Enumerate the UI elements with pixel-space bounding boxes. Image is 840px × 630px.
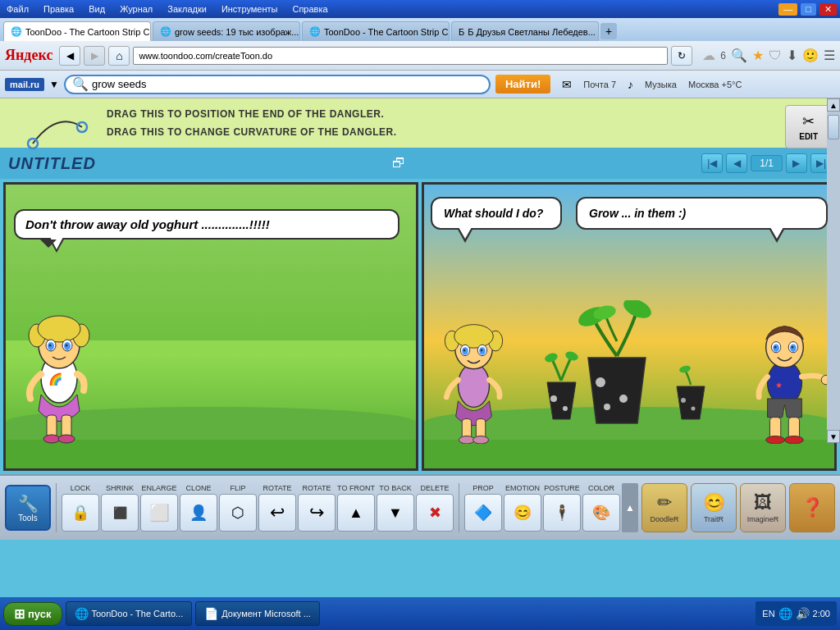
menu-icon[interactable]: ☰ [824, 48, 835, 63]
panel1-speech-bubble[interactable]: Don't throw away old yoghurt ...........… [14, 209, 399, 240]
rotate-ccw-button[interactable]: ↩ [258, 494, 296, 532]
to-back-button[interactable]: ▼ [377, 494, 414, 532]
delete-tool: DELETE ✖ [416, 484, 454, 532]
new-tab-button[interactable]: + [600, 23, 617, 39]
color-button[interactable]: 🎨 [582, 494, 620, 532]
taskbar-item-1[interactable]: 📄 Документ Microsoft ... [195, 601, 320, 626]
expand-button[interactable]: ▲ [622, 483, 638, 532]
doodler-button[interactable]: ✏ DoodleR [641, 483, 687, 532]
to-back-icon: ▼ [388, 504, 403, 522]
emotion-tool: EMOTION 😊 [504, 484, 541, 532]
emotion-icon: 😊 [514, 504, 532, 522]
mail-icon: ✉ [562, 78, 572, 91]
svg-point-58 [454, 325, 494, 349]
posture-button[interactable]: 🕴 [543, 494, 581, 532]
back-button[interactable]: ◀ [59, 46, 80, 66]
forward-button[interactable]: ▶ [84, 46, 105, 66]
panel2-bubble1[interactable]: What should I do? [431, 197, 562, 230]
smiley-icon: 🙂 [802, 48, 819, 63]
menu-journal[interactable]: Журнал [116, 4, 156, 14]
menu-bookmarks[interactable]: Закладки [164, 4, 210, 14]
dangler-graphic [25, 103, 90, 152]
menu-tools[interactable]: Инструменты [218, 4, 281, 14]
comic-title: UNTITLED [8, 154, 96, 173]
prop-button[interactable]: 🔷 [464, 494, 502, 532]
toolbar: 🔧 Tools LOCK 🔒 SHRINK ⬛ ENLARGE ⬜ CLONE … [0, 474, 840, 540]
clone-button[interactable]: 👤 [180, 494, 217, 532]
first-page-button[interactable]: |◀ [701, 153, 723, 173]
traitr-button[interactable]: 😊 TraitR [691, 483, 737, 532]
start-button[interactable]: ⊞ пуск [3, 602, 62, 626]
address-bar[interactable] [133, 47, 668, 65]
scroll-down-button[interactable]: ▼ [827, 430, 840, 443]
tools-main-button[interactable]: 🔧 Tools [5, 485, 51, 531]
menu-view[interactable]: Вид [85, 4, 108, 14]
rotate-cw-icon: ↪ [309, 502, 324, 523]
to-front-icon: ▲ [349, 504, 363, 522]
to-front-button[interactable]: ▲ [337, 494, 375, 532]
download-icon[interactable]: ⬇ [787, 48, 797, 63]
tools-icon: 🔧 [18, 494, 39, 514]
svg-point-48 [620, 300, 654, 322]
svg-text:🌈: 🌈 [48, 372, 63, 386]
svg-point-40 [563, 406, 568, 411]
mail-logo: mail.ru [5, 78, 44, 91]
search-input[interactable] [92, 78, 482, 90]
prev-page-button[interactable]: ◀ [726, 153, 747, 173]
taskbar-label-1: Документ Microsoft ... [221, 609, 311, 619]
scroll-thumb[interactable] [828, 115, 839, 139]
music-link[interactable]: Музыка [645, 80, 677, 89]
tab-2[interactable]: 🌐 ToonDoo - The Cartoon Strip Crea... ✕ [302, 21, 450, 41]
win-minimize[interactable]: — [778, 3, 797, 16]
flip-icon: ⬡ [231, 504, 244, 522]
svg-text:★: ★ [775, 381, 783, 390]
enlarge-button[interactable]: ⬜ [140, 494, 178, 532]
svg-point-39 [550, 395, 557, 402]
svg-point-52 [692, 407, 696, 411]
rotate-cw-button[interactable]: ↪ [298, 494, 336, 532]
refresh-button[interactable]: ↻ [671, 46, 692, 66]
lock-icon: 🔒 [71, 504, 89, 522]
tab-1[interactable]: 🌐 grow seeds: 19 тыс изображ.... ✕ [153, 21, 300, 41]
mail-notification[interactable]: Почта 7 [583, 80, 616, 89]
delete-button[interactable]: ✖ [416, 494, 454, 532]
delete-icon: ✖ [429, 504, 441, 522]
tab-0[interactable]: 🌐 ToonDoo - The Cartoon Strip Crea... ✕ [3, 21, 151, 41]
star-icon[interactable]: ★ [752, 48, 764, 63]
search-button[interactable]: Найти! [495, 75, 550, 94]
main-content: DRAG THIS TO POSITION THE END OF THE DAN… [0, 98, 840, 597]
color-icon: 🎨 [592, 504, 610, 522]
svg-marker-43 [588, 358, 646, 423]
taskbar-item-0[interactable]: 🌐 ToonDoo - The Carto... [66, 601, 193, 626]
win-close[interactable]: ✕ [819, 3, 837, 16]
menu-file[interactable]: Файл [3, 4, 32, 14]
mail-dropdown[interactable]: ▼ [49, 79, 59, 90]
svg-point-17 [58, 435, 75, 443]
svg-point-12 [49, 345, 52, 347]
edit-button[interactable]: ✂ EDIT [785, 105, 832, 148]
badge-6: 6 [720, 50, 726, 62]
home-button[interactable]: ⌂ [108, 46, 130, 66]
cloud-icon: ☁ [702, 48, 715, 63]
svg-point-63 [463, 349, 466, 352]
win-maximize[interactable]: □ [801, 3, 816, 16]
shrink-button[interactable]: ⬛ [101, 494, 139, 532]
imaginer-icon: 🖼 [754, 492, 772, 514]
svg-point-80 [766, 436, 785, 445]
svg-point-64 [481, 349, 483, 352]
imaginer-button[interactable]: 🖼 ImagineR [740, 483, 786, 532]
minimize-icon[interactable]: 🗗 [392, 156, 405, 171]
flip-button[interactable]: ⬡ [219, 494, 257, 532]
menu-edit[interactable]: Правка [40, 4, 77, 14]
lock-button[interactable]: 🔒 [62, 494, 99, 532]
browser-tabs: 🌐 ToonDoo - The Cartoon Strip Crea... ✕ … [0, 18, 840, 41]
menu-help[interactable]: Справка [289, 4, 331, 14]
next-page-button[interactable]: ▶ [786, 153, 807, 173]
tab-3[interactable]: Б Б Друзья Светланы Лебедев... ✕ [451, 21, 599, 41]
svg-marker-50 [677, 386, 705, 419]
panel2-bubble1-text: What should I do? [444, 207, 543, 220]
scroll-up-button[interactable]: ▲ [827, 98, 840, 112]
emotion-button[interactable]: 😊 [504, 494, 541, 532]
extra-button[interactable]: ❓ [789, 483, 835, 532]
panel2-bubble2[interactable]: Grow ... in them :) [576, 197, 828, 230]
